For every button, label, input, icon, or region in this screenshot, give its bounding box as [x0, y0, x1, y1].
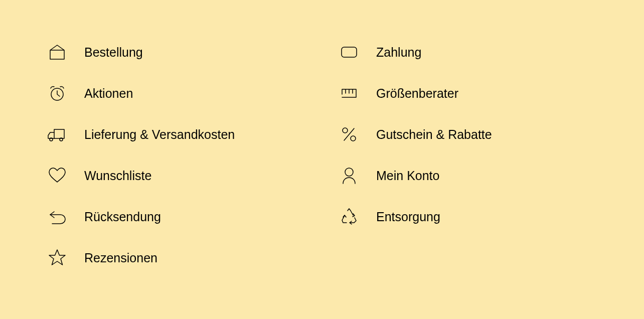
menu-item-label: Aktionen	[84, 86, 133, 101]
menu-item-wishlist[interactable]: Wunschliste	[45, 164, 307, 188]
heart-icon	[45, 164, 69, 188]
user-icon	[337, 164, 361, 188]
menu-item-order[interactable]: Bestellung	[45, 40, 307, 64]
menu-item-label: Bestellung	[84, 45, 143, 60]
recycle-icon	[337, 205, 361, 229]
menu-item-label: Entsorgung	[376, 210, 440, 224]
alarm-clock-icon	[45, 81, 69, 105]
return-arrow-icon	[45, 205, 69, 229]
empty-cell	[337, 246, 599, 270]
svg-rect-0	[342, 47, 357, 57]
menu-item-promotions[interactable]: Aktionen	[45, 81, 307, 105]
menu-item-returns[interactable]: Rücksendung	[45, 205, 307, 229]
help-menu-grid: Bestellung Zahlung Aktionen Größenbera	[45, 40, 599, 270]
menu-item-disposal[interactable]: Entsorgung	[337, 205, 599, 229]
menu-item-payment[interactable]: Zahlung	[337, 40, 599, 64]
svg-point-8	[345, 168, 353, 176]
star-icon	[45, 246, 69, 270]
menu-item-reviews[interactable]: Rezensionen	[45, 246, 307, 270]
menu-item-label: Lieferung & Versandkosten	[84, 127, 235, 142]
menu-item-label: Zahlung	[376, 45, 421, 60]
menu-item-delivery[interactable]: Lieferung & Versandkosten	[45, 122, 307, 146]
delivery-truck-icon	[45, 122, 69, 146]
menu-item-account[interactable]: Mein Konto	[337, 164, 599, 188]
menu-item-label: Wunschliste	[84, 169, 151, 183]
menu-item-label: Mein Konto	[376, 169, 439, 183]
svg-rect-2	[54, 129, 64, 138]
ruler-icon	[337, 81, 361, 105]
menu-item-size-guide[interactable]: Größenberater	[337, 81, 599, 105]
percent-icon	[337, 122, 361, 146]
menu-item-label: Größenberater	[376, 86, 458, 101]
svg-line-7	[344, 128, 354, 140]
order-icon	[45, 40, 69, 64]
card-icon	[337, 40, 361, 64]
menu-item-label: Rezensionen	[84, 251, 157, 265]
menu-item-vouchers[interactable]: Gutschein & Rabatte	[337, 122, 599, 146]
menu-item-label: Gutschein & Rabatte	[376, 127, 492, 142]
menu-item-label: Rücksendung	[84, 210, 161, 224]
svg-point-5	[343, 128, 348, 133]
svg-point-6	[351, 136, 356, 141]
